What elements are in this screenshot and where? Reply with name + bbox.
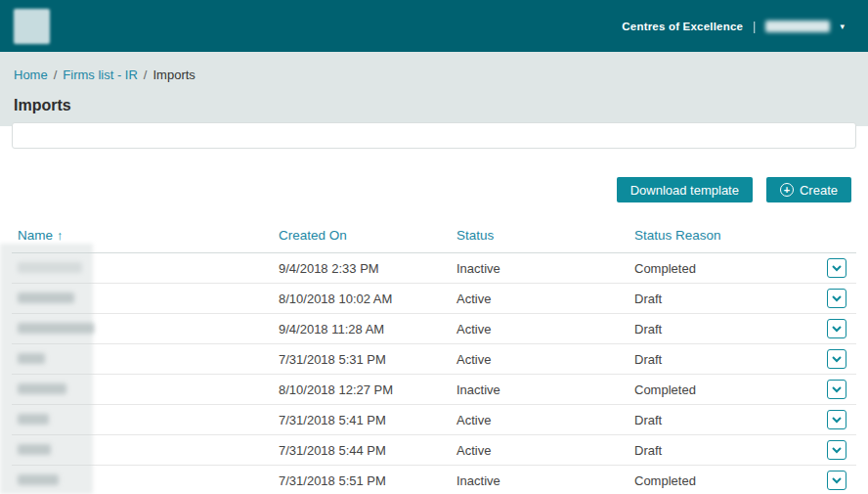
row-status: Active [456, 405, 634, 435]
row-status-reason: Completed [634, 253, 815, 284]
row-status: Active [456, 284, 634, 314]
row-actions-dropdown-button[interactable] [827, 349, 846, 369]
chevron-down-icon [832, 356, 842, 363]
row-name-cell [12, 314, 279, 344]
row-created-on: 7/31/2018 5:51 PM [279, 466, 456, 494]
column-header-name[interactable]: Name↑ [12, 220, 279, 253]
column-header-created-on[interactable]: Created On [279, 220, 456, 253]
table-row: 7/31/2018 5:41 PM Active Draft [12, 405, 856, 435]
row-actions-dropdown-button[interactable] [827, 410, 846, 429]
header-separator: | [753, 19, 756, 33]
page-title: Imports [14, 97, 854, 114]
row-action-cell [815, 284, 856, 314]
column-header-status[interactable]: Status [456, 220, 634, 253]
row-name-cell [12, 375, 279, 405]
row-name-redacted[interactable] [18, 383, 66, 394]
chevron-down-icon [832, 477, 842, 484]
row-actions-dropdown-button[interactable] [827, 258, 846, 278]
row-status-reason: Completed [634, 375, 815, 405]
row-created-on: 7/31/2018 5:44 PM [279, 435, 456, 466]
row-action-cell [815, 405, 856, 435]
chevron-down-icon [832, 326, 842, 333]
download-template-button[interactable]: Download template [617, 177, 753, 202]
imports-table: Name↑ Created On Status Status Reason 9/… [12, 220, 856, 494]
create-label: Create [800, 183, 838, 198]
chevron-down-icon [832, 265, 842, 272]
table-header-row: Name↑ Created On Status Status Reason [12, 220, 856, 253]
row-name-redacted[interactable] [18, 262, 82, 273]
row-actions-dropdown-button[interactable] [827, 440, 846, 460]
centres-of-excellence-link[interactable]: Centres of Excellence [622, 21, 743, 32]
user-menu-caret-icon[interactable]: ▾ [840, 22, 845, 31]
row-created-on: 7/31/2018 5:31 PM [279, 344, 456, 375]
row-name-redacted[interactable] [18, 323, 94, 334]
row-name-redacted[interactable] [18, 353, 45, 364]
breadcrumb-home[interactable]: Home [14, 67, 48, 82]
row-status: Inactive [456, 375, 634, 405]
breadcrumb-band: Home/Firms list - IR/Imports Imports [0, 52, 868, 126]
table-row: 7/31/2018 5:51 PM Inactive Completed [12, 466, 856, 494]
table-row: 7/31/2018 5:44 PM Active Draft [12, 435, 856, 466]
breadcrumb-separator: / [54, 67, 58, 82]
sort-asc-icon: ↑ [57, 228, 64, 243]
row-created-on: 7/31/2018 5:41 PM [279, 405, 456, 435]
column-header-actions [815, 220, 856, 253]
row-name-cell [12, 253, 279, 284]
row-status-reason: Draft [634, 435, 815, 466]
row-status: Active [456, 435, 634, 466]
chevron-down-icon [832, 386, 842, 393]
app-header: Centres of Excellence | ▾ [0, 0, 868, 52]
row-action-cell [815, 253, 856, 284]
row-status-reason: Draft [634, 314, 815, 344]
breadcrumb-separator: / [144, 67, 148, 82]
table-row: 8/10/2018 10:02 AM Active Draft [12, 284, 856, 314]
row-actions-dropdown-button[interactable] [827, 319, 846, 338]
row-actions-dropdown-button[interactable] [827, 380, 846, 399]
row-name-redacted[interactable] [18, 474, 59, 485]
plus-icon: + [780, 183, 794, 197]
chevron-down-icon [832, 447, 842, 454]
filter-panel[interactable] [12, 122, 856, 149]
row-created-on: 8/10/2018 12:27 PM [279, 375, 456, 405]
row-status: Active [456, 314, 634, 344]
row-action-cell [815, 375, 856, 405]
breadcrumb: Home/Firms list - IR/Imports [14, 67, 854, 82]
row-name-cell [12, 405, 279, 435]
row-name-redacted[interactable] [18, 444, 51, 455]
row-status: Active [456, 344, 634, 375]
row-status: Inactive [456, 253, 634, 284]
create-button[interactable]: + Create [766, 177, 851, 202]
column-header-status-reason[interactable]: Status Reason [634, 220, 815, 253]
row-action-cell [815, 435, 856, 466]
table-row: 9/4/2018 11:28 AM Active Draft [12, 314, 856, 344]
row-name-cell [12, 284, 279, 314]
header-right: Centres of Excellence | ▾ [622, 19, 845, 33]
table-row: 9/4/2018 2:33 PM Inactive Completed [12, 253, 856, 284]
row-status: Inactive [456, 466, 634, 494]
row-action-cell [815, 344, 856, 375]
chevron-down-icon [832, 295, 842, 302]
table-row: 7/31/2018 5:31 PM Active Draft [12, 344, 856, 375]
user-name-redacted[interactable] [765, 21, 830, 32]
app-logo[interactable] [14, 9, 50, 44]
row-name-cell [12, 435, 279, 466]
row-name-cell [12, 344, 279, 375]
row-created-on: 9/4/2018 2:33 PM [279, 253, 456, 284]
row-created-on: 8/10/2018 10:02 AM [279, 284, 456, 314]
table-row: 8/10/2018 12:27 PM Inactive Completed [12, 375, 856, 405]
row-name-redacted[interactable] [18, 414, 49, 425]
breadcrumb-current: Imports [152, 67, 195, 82]
row-name-cell [12, 466, 279, 494]
column-header-name-label: Name [18, 228, 53, 243]
row-action-cell [815, 466, 856, 494]
row-actions-dropdown-button[interactable] [827, 289, 846, 308]
row-name-redacted[interactable] [18, 292, 74, 303]
row-status-reason: Draft [634, 284, 815, 314]
row-status-reason: Draft [634, 405, 815, 435]
row-status-reason: Draft [634, 344, 815, 375]
row-status-reason: Completed [634, 466, 815, 494]
row-actions-dropdown-button[interactable] [827, 471, 846, 490]
row-created-on: 9/4/2018 11:28 AM [279, 314, 456, 344]
imports-table-wrap: Name↑ Created On Status Status Reason 9/… [12, 220, 856, 494]
breadcrumb-firms-list[interactable]: Firms list - IR [63, 67, 138, 82]
